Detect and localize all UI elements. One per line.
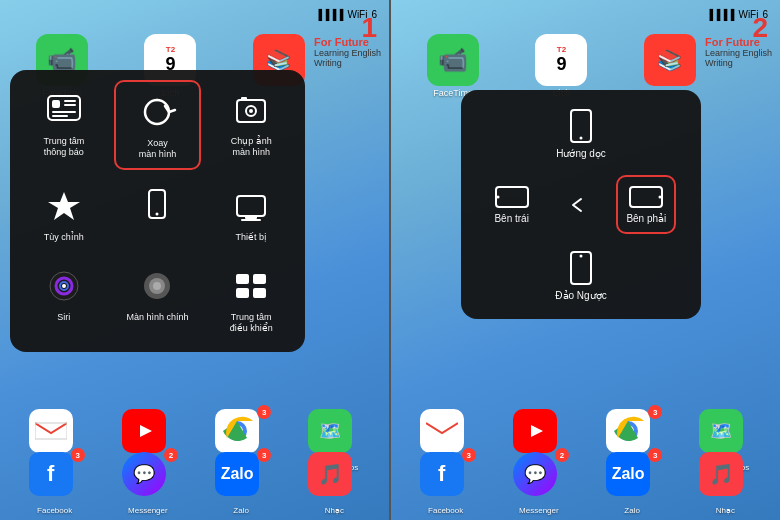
menu-siri[interactable]: Siri (20, 256, 108, 342)
sub-menu-middle-row: Bên trái Bên phải (475, 175, 687, 234)
svg-rect-1 (52, 100, 60, 108)
menu-notification-center[interactable]: Trung tâmthông báo (20, 80, 108, 170)
svg-marker-41 (531, 425, 543, 437)
svg-rect-26 (253, 288, 266, 298)
svg-marker-10 (48, 192, 80, 220)
menu-home-screen[interactable]: Màn hình chính (114, 256, 202, 342)
svg-rect-25 (236, 288, 249, 298)
svg-rect-13 (237, 196, 265, 216)
app-music-1[interactable]: 🎵 Nhạc (308, 452, 360, 515)
svg-rect-5 (52, 115, 68, 117)
svg-rect-4 (52, 111, 76, 113)
app-zalo-2[interactable]: Zalo 3 Zalo (606, 452, 658, 515)
svg-rect-34 (496, 187, 528, 207)
svg-rect-24 (253, 274, 266, 284)
menu-phone-device[interactable] (114, 176, 202, 251)
app-messenger-1[interactable]: 💬 2 Messenger (122, 452, 174, 515)
svg-point-9 (249, 109, 253, 113)
sub-menu-2: Hướng dọc Bên trái (461, 90, 701, 319)
step-number-2: 2 (752, 12, 768, 44)
sub-menu-arrow (567, 195, 587, 215)
svg-point-33 (580, 137, 583, 140)
svg-rect-23 (236, 274, 249, 284)
step-number-1: 1 (361, 12, 377, 44)
app-facebook-2[interactable]: f 3 Facebook (420, 452, 472, 515)
svg-rect-36 (630, 187, 662, 207)
menu-customize[interactable]: Tùy chỉnh (20, 176, 108, 251)
svg-rect-14 (245, 216, 257, 219)
status-bar-1: ▐▐▐▐ WiFi 6 (0, 0, 389, 28)
panel-2: ▐▐▐▐ WiFi 6 📹 FaceTime T2 9 Lịch 📚 For F… (391, 0, 780, 520)
sub-menu-portrait: Hướng dọc (475, 100, 687, 167)
sub-menu-right[interactable]: Bên phải (616, 175, 676, 234)
svg-marker-29 (140, 425, 152, 437)
app-messenger-2[interactable]: 💬 2 Messenger (513, 452, 565, 515)
svg-point-39 (579, 255, 582, 258)
context-menu-grid-1: Trung tâmthông báo Xoaymàn hình (20, 80, 295, 342)
dock-row-1: f 3 Facebook 💬 2 Messenger Zalo 3 Zalo 🎵… (0, 452, 389, 515)
app-music-2[interactable]: 🎵 Nhạc (699, 452, 751, 515)
svg-point-12 (156, 212, 159, 215)
sub-menu-flip: Đảo Ngược (475, 242, 687, 309)
svg-rect-15 (241, 219, 261, 221)
app-facetime-2[interactable]: 📹 FaceTime (427, 34, 479, 98)
svg-rect-40 (426, 419, 458, 443)
app-zalo-1[interactable]: Zalo 3 Zalo (215, 452, 267, 515)
menu-control-center[interactable]: Trung tâmđiều khiển (207, 256, 295, 342)
svg-point-35 (496, 196, 499, 199)
context-menu-1: Trung tâmthông báo Xoaymàn hình (10, 70, 305, 352)
svg-rect-2 (64, 100, 76, 102)
app-facebook-1[interactable]: f 3 Facebook (29, 452, 81, 515)
panel-1: ▐▐▐▐ WiFi 6 📹 FaceTime T2 9 Lịch 📚 For F… (0, 0, 389, 520)
menu-rotate-screen[interactable]: Xoaymàn hình (114, 80, 202, 170)
status-bar-2: ▐▐▐▐ WiFi 6 (391, 0, 780, 28)
app-calendar-2[interactable]: T2 9 Lịch (535, 34, 587, 98)
svg-point-19 (62, 284, 66, 288)
dock-row-2: f 3 Facebook 💬 2 Messenger Zalo 3 Zalo 🎵… (391, 452, 780, 515)
svg-point-22 (153, 282, 161, 290)
svg-rect-7 (241, 97, 247, 100)
sub-menu-left[interactable]: Bên trái (486, 177, 538, 232)
svg-point-37 (659, 196, 662, 199)
menu-screenshot[interactable]: Chụp ảnhmàn hình (207, 80, 295, 170)
svg-rect-3 (64, 104, 76, 106)
menu-device[interactable]: Thiết bị (207, 176, 295, 251)
